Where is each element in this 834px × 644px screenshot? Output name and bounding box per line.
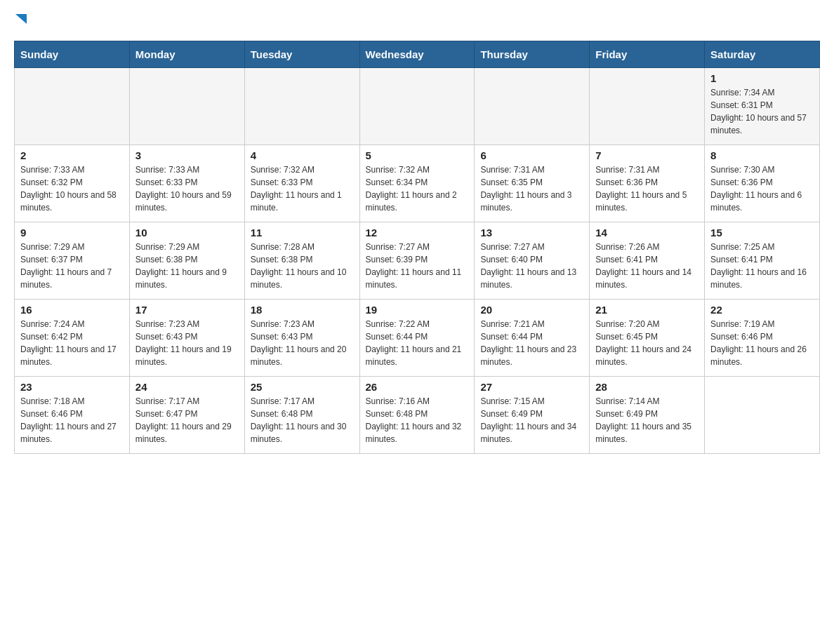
day-number: 7: [595, 149, 699, 161]
day-info: Sunrise: 7:32 AMSunset: 6:34 PMDaylight:…: [366, 163, 469, 214]
day-info: Sunrise: 7:29 AMSunset: 6:38 PMDaylight:…: [135, 241, 239, 291]
calendar-cell: 25Sunrise: 7:17 AMSunset: 6:48 PMDayligh…: [244, 377, 359, 454]
weekday-header-row: Sunday Monday Tuesday Wednesday Thursday…: [15, 41, 820, 68]
day-info: Sunrise: 7:15 AMSunset: 6:49 PMDaylight:…: [480, 395, 583, 445]
calendar-cell: 21Sunrise: 7:20 AMSunset: 6:45 PMDayligh…: [590, 300, 705, 377]
calendar-cell: 17Sunrise: 7:23 AMSunset: 6:43 PMDayligh…: [129, 300, 244, 377]
day-info: Sunrise: 7:32 AMSunset: 6:33 PMDaylight:…: [251, 163, 354, 214]
day-number: 12: [366, 227, 469, 239]
calendar-cell: 10Sunrise: 7:29 AMSunset: 6:38 PMDayligh…: [129, 222, 244, 300]
calendar-cell: 16Sunrise: 7:24 AMSunset: 6:42 PMDayligh…: [15, 300, 130, 377]
day-info: Sunrise: 7:27 AMSunset: 6:39 PMDaylight:…: [366, 241, 469, 291]
calendar-week-row: 16Sunrise: 7:24 AMSunset: 6:42 PMDayligh…: [15, 300, 820, 377]
calendar-cell: 4Sunrise: 7:32 AMSunset: 6:33 PMDaylight…: [244, 145, 359, 222]
calendar-cell: 12Sunrise: 7:27 AMSunset: 6:39 PMDayligh…: [359, 222, 475, 300]
calendar-table: Sunday Monday Tuesday Wednesday Thursday…: [14, 41, 820, 454]
calendar-cell: [244, 68, 359, 145]
calendar-cell: 28Sunrise: 7:14 AMSunset: 6:49 PMDayligh…: [590, 377, 705, 454]
day-info: Sunrise: 7:21 AMSunset: 6:44 PMDaylight:…: [480, 318, 583, 368]
calendar-cell: 20Sunrise: 7:21 AMSunset: 6:44 PMDayligh…: [475, 300, 590, 377]
day-info: Sunrise: 7:33 AMSunset: 6:32 PMDaylight:…: [20, 163, 124, 214]
calendar-week-row: 1Sunrise: 7:34 AMSunset: 6:31 PMDaylight…: [15, 68, 820, 145]
header-sunday: Sunday: [15, 41, 130, 68]
day-info: Sunrise: 7:31 AMSunset: 6:36 PMDaylight:…: [595, 163, 699, 214]
calendar-cell: 9Sunrise: 7:29 AMSunset: 6:37 PMDaylight…: [15, 222, 130, 300]
day-number: 16: [20, 304, 124, 316]
day-number: 21: [595, 304, 699, 316]
header-saturday: Saturday: [705, 41, 820, 68]
calendar-cell: 24Sunrise: 7:17 AMSunset: 6:47 PMDayligh…: [129, 377, 244, 454]
day-number: 23: [20, 381, 124, 393]
day-number: 11: [251, 227, 354, 239]
day-info: Sunrise: 7:31 AMSunset: 6:35 PMDaylight:…: [480, 163, 583, 214]
calendar-week-row: 23Sunrise: 7:18 AMSunset: 6:46 PMDayligh…: [15, 377, 820, 454]
day-info: Sunrise: 7:26 AMSunset: 6:41 PMDaylight:…: [595, 241, 699, 291]
header-wednesday: Wednesday: [359, 41, 475, 68]
calendar-cell: 5Sunrise: 7:32 AMSunset: 6:34 PMDaylight…: [359, 145, 475, 222]
day-number: 5: [366, 149, 469, 161]
day-number: 14: [595, 227, 699, 239]
day-number: 6: [480, 149, 583, 161]
day-info: Sunrise: 7:17 AMSunset: 6:48 PMDaylight:…: [251, 395, 354, 445]
calendar-cell: 2Sunrise: 7:33 AMSunset: 6:32 PMDaylight…: [15, 145, 130, 222]
calendar-cell: 7Sunrise: 7:31 AMSunset: 6:36 PMDaylight…: [590, 145, 705, 222]
logo-triangle-icon: [15, 11, 31, 27]
day-info: Sunrise: 7:18 AMSunset: 6:46 PMDaylight:…: [20, 395, 124, 445]
calendar-cell: [475, 68, 590, 145]
day-info: Sunrise: 7:33 AMSunset: 6:33 PMDaylight:…: [135, 163, 239, 214]
day-number: 28: [595, 381, 699, 393]
svg-marker-0: [15, 14, 27, 24]
calendar-cell: 23Sunrise: 7:18 AMSunset: 6:46 PMDayligh…: [15, 377, 130, 454]
calendar-body: 1Sunrise: 7:34 AMSunset: 6:31 PMDaylight…: [15, 68, 820, 454]
day-info: Sunrise: 7:23 AMSunset: 6:43 PMDaylight:…: [251, 318, 354, 368]
calendar-cell: 22Sunrise: 7:19 AMSunset: 6:46 PMDayligh…: [705, 300, 820, 377]
day-number: 15: [710, 227, 814, 239]
header-tuesday: Tuesday: [244, 41, 359, 68]
day-info: Sunrise: 7:28 AMSunset: 6:38 PMDaylight:…: [251, 241, 354, 291]
header-thursday: Thursday: [475, 41, 590, 68]
day-number: 26: [366, 381, 469, 393]
calendar-cell: [129, 68, 244, 145]
day-number: 1: [710, 72, 814, 84]
header-friday: Friday: [590, 41, 705, 68]
day-number: 27: [480, 381, 583, 393]
day-number: 18: [251, 304, 354, 316]
calendar-cell: 26Sunrise: 7:16 AMSunset: 6:48 PMDayligh…: [359, 377, 475, 454]
day-number: 8: [710, 149, 814, 161]
calendar-cell: 11Sunrise: 7:28 AMSunset: 6:38 PMDayligh…: [244, 222, 359, 300]
calendar-cell: 3Sunrise: 7:33 AMSunset: 6:33 PMDaylight…: [129, 145, 244, 222]
day-number: 20: [480, 304, 583, 316]
day-info: Sunrise: 7:22 AMSunset: 6:44 PMDaylight:…: [366, 318, 469, 368]
calendar-cell: 13Sunrise: 7:27 AMSunset: 6:40 PMDayligh…: [475, 222, 590, 300]
day-number: 10: [135, 227, 239, 239]
calendar-cell: [590, 68, 705, 145]
calendar-cell: 8Sunrise: 7:30 AMSunset: 6:36 PMDaylight…: [705, 145, 820, 222]
day-number: 24: [135, 381, 239, 393]
calendar-week-row: 2Sunrise: 7:33 AMSunset: 6:32 PMDaylight…: [15, 145, 820, 222]
day-info: Sunrise: 7:16 AMSunset: 6:48 PMDaylight:…: [366, 395, 469, 445]
day-number: 13: [480, 227, 583, 239]
calendar-cell: [15, 68, 130, 145]
day-number: 4: [251, 149, 354, 161]
calendar-cell: 14Sunrise: 7:26 AMSunset: 6:41 PMDayligh…: [590, 222, 705, 300]
day-number: 2: [20, 149, 124, 161]
day-info: Sunrise: 7:20 AMSunset: 6:45 PMDaylight:…: [595, 318, 699, 368]
day-info: Sunrise: 7:17 AMSunset: 6:47 PMDaylight:…: [135, 395, 239, 445]
day-info: Sunrise: 7:19 AMSunset: 6:46 PMDaylight:…: [710, 318, 814, 368]
day-number: 9: [20, 227, 124, 239]
calendar-cell: 1Sunrise: 7:34 AMSunset: 6:31 PMDaylight…: [705, 68, 820, 145]
day-number: 22: [710, 304, 814, 316]
day-info: Sunrise: 7:27 AMSunset: 6:40 PMDaylight:…: [480, 241, 583, 291]
calendar-cell: 15Sunrise: 7:25 AMSunset: 6:41 PMDayligh…: [705, 222, 820, 300]
logo: [14, 14, 31, 27]
day-info: Sunrise: 7:25 AMSunset: 6:41 PMDaylight:…: [710, 241, 814, 291]
day-number: 3: [135, 149, 239, 161]
day-number: 25: [251, 381, 354, 393]
calendar-cell: 6Sunrise: 7:31 AMSunset: 6:35 PMDaylight…: [475, 145, 590, 222]
calendar-cell: 19Sunrise: 7:22 AMSunset: 6:44 PMDayligh…: [359, 300, 475, 377]
day-number: 17: [135, 304, 239, 316]
day-info: Sunrise: 7:24 AMSunset: 6:42 PMDaylight:…: [20, 318, 124, 368]
day-info: Sunrise: 7:34 AMSunset: 6:31 PMDaylight:…: [710, 86, 814, 137]
page-header: [14, 14, 820, 27]
calendar-week-row: 9Sunrise: 7:29 AMSunset: 6:37 PMDaylight…: [15, 222, 820, 300]
